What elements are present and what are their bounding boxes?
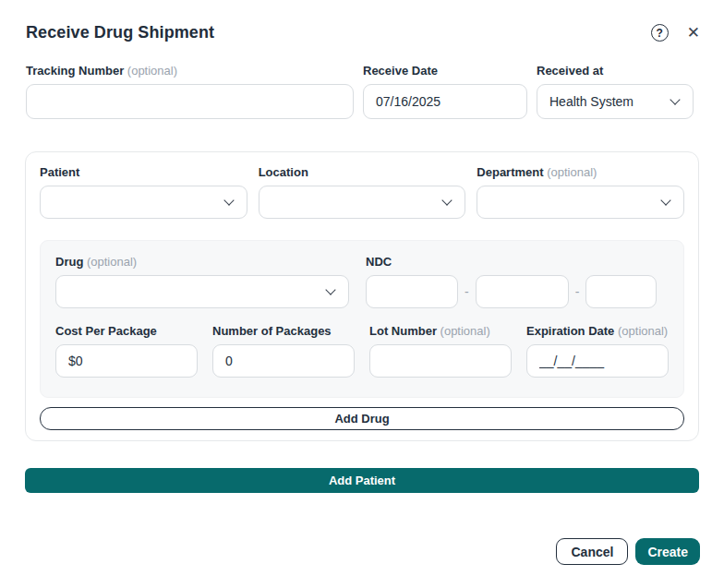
drug-field-group: Drug (optional) bbox=[55, 255, 349, 308]
number-of-packages-label: Number of Packages bbox=[212, 324, 355, 338]
tracking-number-optional: (optional) bbox=[127, 64, 177, 78]
cancel-button[interactable]: Cancel bbox=[556, 538, 628, 565]
create-button[interactable]: Create bbox=[635, 538, 700, 565]
dialog-footer: Cancel Create bbox=[0, 538, 700, 565]
department-label: Department (optional) bbox=[477, 165, 684, 179]
drug-select[interactable] bbox=[55, 275, 349, 308]
close-icon[interactable]: ✕ bbox=[687, 25, 700, 41]
tracking-number-field-group: Tracking Number (optional) bbox=[26, 64, 354, 119]
help-icon[interactable]: ? bbox=[651, 24, 669, 42]
drug-label: Drug (optional) bbox=[55, 255, 349, 269]
received-at-label: Received at bbox=[537, 64, 694, 78]
chevron-down-icon bbox=[223, 195, 234, 205]
receive-date-field-group: Receive Date bbox=[363, 64, 527, 119]
header-icons: ? ✕ bbox=[651, 24, 700, 42]
ndc-field-group: NDC - - bbox=[366, 255, 669, 308]
received-at-field-group: Received at Health System bbox=[537, 64, 694, 119]
location-field-group: Location bbox=[259, 165, 466, 219]
cost-per-package-field-group: Cost Per Package bbox=[55, 324, 198, 378]
top-form-row: Tracking Number (optional) Receive Date … bbox=[26, 64, 698, 119]
ndc-segment-2-input[interactable] bbox=[476, 275, 569, 308]
patient-field-group: Patient bbox=[40, 165, 247, 219]
ndc-label: NDC bbox=[366, 255, 669, 269]
patient-select[interactable] bbox=[40, 186, 247, 219]
add-patient-button[interactable]: Add Patient bbox=[25, 468, 699, 493]
drug-row-1: Drug (optional) NDC - - bbox=[55, 255, 669, 308]
cost-per-package-input[interactable] bbox=[55, 344, 198, 378]
ndc-segment-1-input[interactable] bbox=[366, 275, 458, 308]
number-of-packages-input[interactable] bbox=[212, 344, 355, 378]
location-select[interactable] bbox=[259, 186, 466, 219]
receive-date-label: Receive Date bbox=[363, 64, 527, 78]
receive-date-input[interactable] bbox=[363, 84, 527, 119]
patient-label: Patient bbox=[40, 165, 247, 179]
cost-per-package-label: Cost Per Package bbox=[55, 324, 198, 338]
expiration-date-input[interactable] bbox=[526, 344, 669, 378]
chevron-down-icon bbox=[442, 195, 452, 205]
lot-number-field-group: Lot Number (optional) bbox=[369, 324, 512, 378]
received-at-value: Health System bbox=[549, 94, 634, 109]
drug-row-2: Cost Per Package Number of Packages Lot … bbox=[55, 324, 669, 378]
dialog-header: Receive Drug Shipment ? ✕ bbox=[26, 23, 700, 42]
add-drug-button[interactable]: Add Drug bbox=[40, 407, 684, 430]
location-label: Location bbox=[259, 165, 466, 179]
department-select[interactable] bbox=[477, 186, 684, 219]
ndc-segment-3-input[interactable] bbox=[585, 275, 657, 308]
lot-number-label: Lot Number (optional) bbox=[369, 324, 512, 338]
lot-number-input[interactable] bbox=[369, 344, 512, 378]
tracking-number-label: Tracking Number (optional) bbox=[26, 64, 354, 78]
received-at-select[interactable]: Health System bbox=[537, 84, 694, 119]
number-of-packages-field-group: Number of Packages bbox=[212, 324, 355, 378]
ndc-group: - - bbox=[366, 275, 669, 308]
page-title: Receive Drug Shipment bbox=[26, 23, 214, 42]
expiration-date-field-group: Expiration Date (optional) bbox=[526, 324, 669, 378]
patient-row: Patient Location Department (optional) bbox=[40, 165, 684, 219]
drug-optional: (optional) bbox=[87, 255, 137, 269]
expiration-date-label: Expiration Date (optional) bbox=[526, 324, 669, 338]
tracking-number-input[interactable] bbox=[26, 84, 354, 119]
patient-card: Patient Location Department (optional) D bbox=[25, 151, 699, 441]
ndc-dash: - bbox=[465, 284, 469, 299]
lot-number-optional: (optional) bbox=[440, 324, 490, 338]
chevron-down-icon bbox=[660, 195, 670, 205]
department-optional: (optional) bbox=[547, 165, 597, 179]
department-field-group: Department (optional) bbox=[477, 165, 684, 219]
drug-card: Drug (optional) NDC - - Cost Per P bbox=[40, 240, 684, 398]
expiration-date-optional: (optional) bbox=[618, 324, 668, 338]
ndc-dash: - bbox=[575, 284, 580, 299]
chevron-down-icon bbox=[670, 94, 680, 104]
chevron-down-icon bbox=[325, 284, 335, 294]
